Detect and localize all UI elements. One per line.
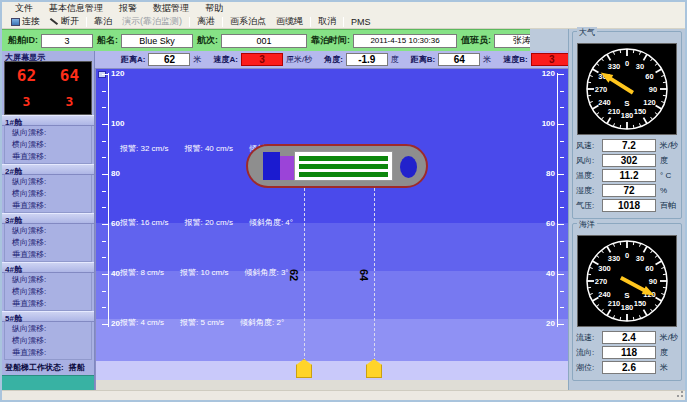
speed-a-value[interactable]: 3 xyxy=(241,53,283,66)
tilt-threshold: 倾斜角度: 3° xyxy=(244,267,288,278)
app-window: 文件 基本信息管理 报警 数据管理 帮助 连接 断开 靠泊 演示(靠泊监测) 离… xyxy=(0,0,687,402)
svg-text:150: 150 xyxy=(634,107,647,116)
drift-label: 横向漂移: xyxy=(5,335,91,346)
humidity-unit: % xyxy=(660,186,667,195)
ship-cargo-hold xyxy=(294,151,393,181)
drift-label: 垂直漂移: xyxy=(5,200,91,211)
toolbar-depart-button[interactable]: 离港 xyxy=(192,15,220,28)
sensor-beam-b xyxy=(374,188,375,361)
current-speed-value[interactable]: 2.4 xyxy=(602,331,656,344)
drift-label: 垂直漂移: xyxy=(5,347,91,358)
alarm-threshold-a: 报警: 4 cm/s xyxy=(120,317,164,328)
wind-direction-value[interactable]: 302 xyxy=(602,154,656,167)
ship-id-field: 船舶ID: 3 xyxy=(8,34,93,48)
ladder-status-row: 登船梯工作状态: 搭船 xyxy=(2,360,94,375)
alarm-threshold-b: 报警: 10 cm/s xyxy=(180,267,228,278)
tilt-threshold: 倾斜角度: 2° xyxy=(240,317,284,328)
speed-b-label: 速度B: xyxy=(503,54,527,65)
current-direction-value[interactable]: 118 xyxy=(602,346,656,359)
toolbar-disconnect-button[interactable]: 断开 xyxy=(45,15,84,28)
ship-id-value[interactable]: 3 xyxy=(41,34,93,48)
current-speed-field: 流速: 2.4 米/秒 xyxy=(576,331,678,344)
drift-label: 纵向漂移: xyxy=(5,127,91,138)
tide-level-unit: 米 xyxy=(660,362,668,373)
tide-level-value[interactable]: 2.6 xyxy=(602,361,656,374)
temperature-label: 温度: xyxy=(576,170,602,181)
drift-label: 纵向漂移: xyxy=(5,176,91,187)
wind-speed-field: 风速: 7.2 米/秒 xyxy=(576,139,678,152)
officer-label: 值班员: xyxy=(461,34,491,47)
distance-b-unit: 米 xyxy=(483,54,491,65)
svg-text:180: 180 xyxy=(621,303,634,312)
toolbar-pms-button[interactable]: PMS xyxy=(346,17,376,27)
toolbar-draw-moorpoint-button[interactable]: 画系泊点 xyxy=(225,15,271,28)
speed-a-field: 速度A: 3 厘米/秒 xyxy=(213,53,312,66)
toolbar-connect-button[interactable]: 连接 xyxy=(6,15,45,28)
distance-a-label: 距离A: xyxy=(121,54,145,65)
current-direction-field: 流向: 118 度 xyxy=(576,346,678,359)
berth-time-value[interactable]: 2011-4-15 10:30:36 xyxy=(353,34,457,48)
menu-basic-info[interactable]: 基本信息管理 xyxy=(42,2,110,15)
drift-label: 横向漂移: xyxy=(5,139,91,150)
toolbar-separator xyxy=(310,17,311,27)
tide-level-field: 潮位: 2.6 米 xyxy=(576,361,678,374)
current-direction-unit: 度 xyxy=(660,347,668,358)
wind-speed-value[interactable]: 7.2 xyxy=(602,139,656,152)
drift-label: 纵向漂移: xyxy=(5,274,91,285)
drift-label: 垂直漂移: xyxy=(5,151,91,162)
toolbar-cancel-button[interactable]: 取消 xyxy=(313,15,341,28)
svg-text:S: S xyxy=(624,99,630,108)
wind-direction-label: 风向: xyxy=(576,155,602,166)
temperature-value[interactable]: 11.2 xyxy=(602,169,656,182)
angle-field: 角度: -1.9 度 xyxy=(324,53,399,66)
svg-text:210: 210 xyxy=(608,107,621,116)
pressure-value[interactable]: 1018 xyxy=(602,199,656,212)
hold-section-header: 5#舱 xyxy=(2,311,94,322)
resize-grip[interactable] xyxy=(675,391,684,399)
angle-label: 角度: xyxy=(324,54,343,65)
speed-b-value[interactable]: 3 xyxy=(531,53,573,66)
wind-direction-gauge: 0306090120150180210240270300330S xyxy=(577,43,677,135)
menu-file[interactable]: 文件 xyxy=(8,2,40,15)
toolbar-draw-rope-button[interactable]: 画缆绳 xyxy=(271,15,308,28)
ship-name-value[interactable]: Blue Sky xyxy=(121,34,193,48)
sidebar: 大屏幕显示 62 64 3 3 1#舱 纵向漂移: 横向漂移: 垂直漂移: xyxy=(2,51,95,390)
voyage-value[interactable]: 001 xyxy=(221,34,307,48)
humidity-value[interactable]: 72 xyxy=(602,184,656,197)
svg-text:330: 330 xyxy=(608,254,621,263)
drift-label: 垂直漂移: xyxy=(5,298,91,309)
menu-help[interactable]: 帮助 xyxy=(198,2,230,15)
svg-text:300: 300 xyxy=(598,264,611,273)
hatch-stripe xyxy=(299,172,388,177)
alarm-threshold-row: 报警: 8 cm/s 报警: 10 cm/s 倾斜角度: 3° xyxy=(120,267,289,278)
distance-b-value[interactable]: 64 xyxy=(438,53,480,66)
angle-value[interactable]: -1.9 xyxy=(346,53,388,66)
scene-bottom-strip xyxy=(96,380,568,390)
sensor-a-distance-label: 62 xyxy=(288,269,300,281)
hold-section-header: 3#舱 xyxy=(2,213,94,224)
ladder-status-value: 搭船 xyxy=(69,362,85,373)
wind-direction-field: 风向: 302 度 xyxy=(576,154,678,167)
ship-name-field: 船名: Blue Sky xyxy=(97,34,193,48)
toolbar-berth-button[interactable]: 靠泊 xyxy=(89,15,117,28)
hold-section-header: 1#舱 xyxy=(2,115,94,126)
alarm-threshold-b: 报警: 20 cm/s xyxy=(184,217,232,228)
current-direction-gauge: 0306090120150180210240270300330S xyxy=(577,235,677,327)
hold-section-header: 2#舱 xyxy=(2,164,94,175)
ship-name-label: 船名: xyxy=(97,34,118,47)
menu-alarm[interactable]: 报警 xyxy=(112,2,144,15)
svg-text:30: 30 xyxy=(636,254,644,263)
voyage-field: 航次: 001 xyxy=(197,34,307,48)
drift-label: 横向漂移: xyxy=(5,286,91,297)
svg-text:0: 0 xyxy=(625,251,629,260)
speed-a-unit: 厘米/秒 xyxy=(286,54,312,65)
menu-data-mgmt[interactable]: 数据管理 xyxy=(146,2,196,15)
svg-text:330: 330 xyxy=(608,62,621,71)
ship-icon[interactable] xyxy=(246,144,428,188)
toolbar-separator xyxy=(189,17,190,27)
svg-text:270: 270 xyxy=(595,85,608,94)
temperature-unit: ° C xyxy=(660,171,671,180)
connect-icon xyxy=(11,18,20,26)
distance-a-value[interactable]: 62 xyxy=(148,53,190,66)
distance-a-field: 距离A: 62 米 xyxy=(121,53,201,66)
